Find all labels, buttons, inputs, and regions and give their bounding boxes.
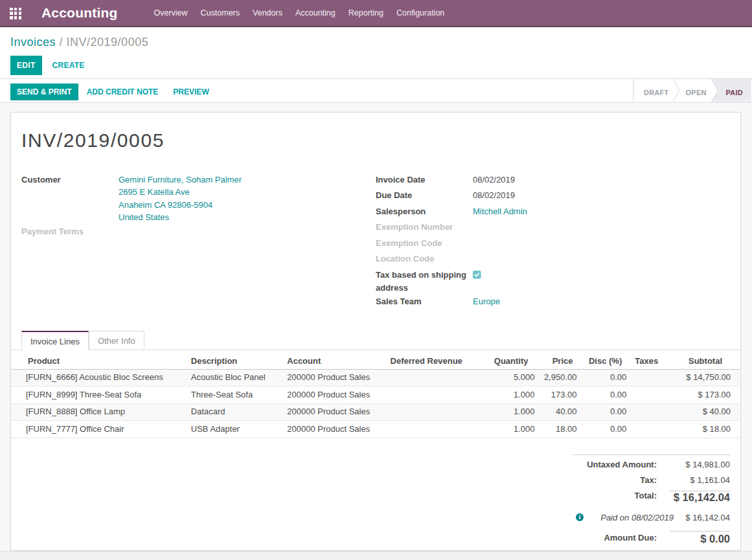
svg-text:DRAFT: DRAFT [644,89,669,96]
svg-text:PAID: PAID [725,89,743,96]
svg-text:OPEN: OPEN [685,89,706,96]
